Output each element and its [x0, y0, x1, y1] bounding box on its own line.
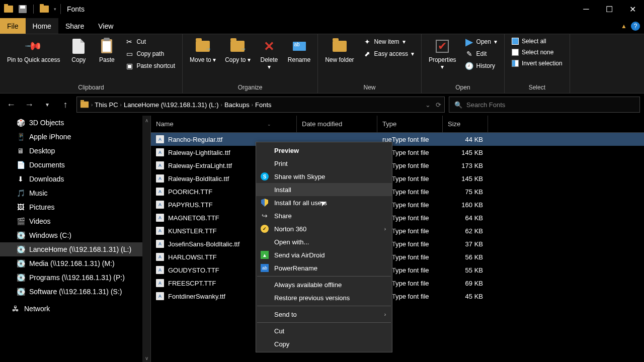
copy-path-button[interactable]: ▭Copy path	[122, 48, 178, 59]
sidebar-item[interactable]: 🎬Videos	[0, 214, 150, 228]
file-row[interactable]: Raleway-LightItalic.ttf rueType font fil…	[151, 146, 644, 159]
ctx-share-skype[interactable]: SShare with Skype	[256, 170, 392, 183]
ctx-norton[interactable]: ✓Norton 360›	[256, 222, 392, 235]
sidebar-item[interactable]: 💽Windows (C:)	[0, 228, 150, 242]
back-button[interactable]: ←	[4, 98, 18, 112]
sidebar-item[interactable]: 💽LanceHome (\\192.168.1.31) (L:)	[0, 242, 150, 256]
refresh-icon[interactable]: ⟳	[436, 101, 441, 109]
sidebar-item[interactable]: 🎵Music	[0, 186, 150, 200]
ctx-share[interactable]: ↪Share	[256, 209, 392, 222]
ctx-install-all-users[interactable]: Install for all users	[256, 196, 392, 209]
close-button[interactable]: ✕	[621, 0, 644, 18]
ctx-airdroid[interactable]: ▲Send via AirDroid	[256, 248, 392, 261]
pin-to-quick-access-button[interactable]: 📌 Pin to Quick access	[4, 36, 63, 65]
history-button[interactable]: 🕘History	[462, 60, 500, 71]
file-row[interactable]: Raleway-ExtraLight.ttf rueType font file…	[151, 159, 644, 172]
up-button[interactable]: ↑	[58, 98, 72, 112]
scroll-down-icon[interactable]: ∨	[143, 353, 150, 362]
ctx-restore-versions[interactable]: Restore previous versions	[256, 291, 392, 304]
ctx-preview[interactable]: Preview	[256, 144, 392, 157]
ctx-print[interactable]: Print	[256, 157, 392, 170]
sidebar-item-network[interactable]: 🖧 Network	[0, 302, 150, 316]
collapse-ribbon-icon[interactable]: ▲	[621, 23, 627, 30]
copy-button[interactable]: Copy	[66, 36, 91, 65]
new-item-button[interactable]: ✦New item ▾	[360, 36, 417, 47]
sidebar-item[interactable]: 📱Apple iPhone	[0, 130, 150, 144]
file-row[interactable]: Rancho-Regular.ttf rueType font file 44 …	[151, 133, 644, 146]
recent-dropdown[interactable]: ▾	[40, 98, 54, 112]
sidebar-item[interactable]: 💽Media (\\192.168.1.31) (M:)	[0, 256, 150, 270]
file-row[interactable]: FontdinerSwanky.ttf rueType font file 45…	[151, 290, 644, 303]
ctx-send-to[interactable]: Send to›	[256, 308, 392, 321]
rename-button[interactable]: Rename	[285, 36, 313, 65]
column-type[interactable]: Type	[377, 116, 443, 132]
file-row[interactable]: FREESCPT.TTF rueType font file 69 KB	[151, 277, 644, 290]
scroll-up-icon[interactable]: ∧	[143, 116, 150, 125]
file-row[interactable]: Raleway-BoldItalic.ttf rueType font file…	[151, 172, 644, 185]
select-all-button[interactable]: Select all	[509, 36, 566, 46]
sidebar-item[interactable]: 🎲3D Objects	[0, 116, 150, 130]
file-row[interactable]: HARLOWSI.TTF rueType font file 56 KB	[151, 250, 644, 263]
ctx-always-offline[interactable]: Always available offline	[256, 278, 392, 291]
paste-shortcut-button[interactable]: ▣Paste shortcut	[122, 60, 178, 71]
ctx-cut[interactable]: Cut	[256, 324, 392, 337]
chevron-right-icon[interactable]: ›	[221, 102, 222, 108]
file-row[interactable]: KUNSTLER.TTF rueType font file 62 KB	[151, 224, 644, 237]
address-bar[interactable]: › This PC › LanceHome (\\192.168.1.31) (…	[76, 97, 445, 113]
file-row[interactable]: PAPYRUS.TTF rueType font file 160 KB	[151, 198, 644, 211]
column-name[interactable]: Name⌄	[151, 116, 297, 132]
help-icon[interactable]: ?	[631, 22, 640, 31]
select-none-button[interactable]: Select none	[509, 47, 566, 57]
sidebar-item[interactable]: 🖼Pictures	[0, 200, 150, 214]
app-folder-icon[interactable]	[3, 4, 14, 15]
minimize-button[interactable]: ─	[575, 0, 598, 18]
folder-icon[interactable]	[39, 4, 50, 15]
properties-button[interactable]: ✔ Properties▾	[426, 36, 459, 73]
ribbon-group-organize: → Move to ▾ → Copy to ▾ ✕ Delete▾ Rename…	[183, 34, 318, 93]
file-row[interactable]: JosefinSans-BoldItalic.ttf rueType font …	[151, 237, 644, 250]
move-to-button[interactable]: → Move to ▾	[187, 36, 219, 65]
edit-button[interactable]: ✎Edit	[462, 48, 500, 59]
tab-view[interactable]: View	[91, 18, 120, 34]
forward-button[interactable]: →	[22, 98, 36, 112]
ctx-powerrename[interactable]: abPowerRename	[256, 261, 392, 275]
ctx-copy[interactable]: Copy	[256, 337, 392, 350]
sidebar-item[interactable]: 💽Software (\\192.168.1.31) (S:)	[0, 285, 150, 299]
column-date[interactable]: Date modified	[297, 116, 377, 132]
sidebar-item[interactable]: ⬇Downloads	[0, 172, 150, 186]
address-dropdown-icon[interactable]: ⌄	[425, 101, 431, 109]
tab-file[interactable]: File	[0, 18, 26, 34]
file-size: 173 KB	[443, 162, 488, 169]
chevron-right-icon[interactable]: ›	[120, 102, 122, 108]
cut-button[interactable]: ✂Cut	[122, 36, 178, 47]
chevron-right-icon[interactable]: ›	[252, 102, 253, 108]
delete-button[interactable]: ✕ Delete▾	[257, 36, 282, 73]
file-row[interactable]: GOUDYSTO.TTF rueType font file 55 KB	[151, 263, 644, 277]
crumb-fonts[interactable]: Fonts	[255, 101, 272, 109]
sidebar-item[interactable]: 💽Programs (\\192.168.1.31) (P:)	[0, 270, 150, 285]
qat-dropdown-icon[interactable]: ▾	[54, 7, 56, 12]
save-icon[interactable]	[17, 4, 28, 15]
crumb-drive[interactable]: LanceHome (\\192.168.1.31) (L:)	[124, 101, 219, 109]
sidebar-item[interactable]: 📄Documents	[0, 158, 150, 172]
crumb-backups[interactable]: Backups	[224, 101, 250, 109]
crumb-this-pc[interactable]: This PC	[95, 101, 118, 109]
easy-access-button[interactable]: ⬈Easy access ▾	[360, 48, 417, 59]
file-row[interactable]: POORICH.TTF rueType font file 75 KB	[151, 185, 644, 198]
sidebar-scrollbar[interactable]: ∧ ∨	[142, 116, 150, 362]
file-row[interactable]: MAGNETOB.TTF rueType font file 64 KB	[151, 211, 644, 224]
tab-home[interactable]: Home	[26, 18, 58, 34]
maximize-button[interactable]: ☐	[598, 0, 621, 18]
new-folder-button[interactable]: New folder	[322, 36, 357, 65]
chevron-right-icon[interactable]: ›	[91, 102, 93, 108]
column-size[interactable]: Size	[443, 116, 488, 132]
ctx-open-with[interactable]: Open with...	[256, 235, 392, 248]
paste-button[interactable]: Paste	[94, 36, 119, 65]
tab-share[interactable]: Share	[58, 18, 91, 34]
ctx-install[interactable]: Install	[256, 183, 392, 196]
open-button[interactable]: ▶Open ▾	[462, 36, 500, 47]
sidebar-item[interactable]: 🖥Desktop	[0, 144, 150, 158]
search-input[interactable]: 🔍 Search Fonts	[449, 97, 640, 113]
copy-to-button[interactable]: → Copy to ▾	[222, 36, 254, 65]
invert-selection-button[interactable]: Invert selection	[509, 58, 566, 68]
